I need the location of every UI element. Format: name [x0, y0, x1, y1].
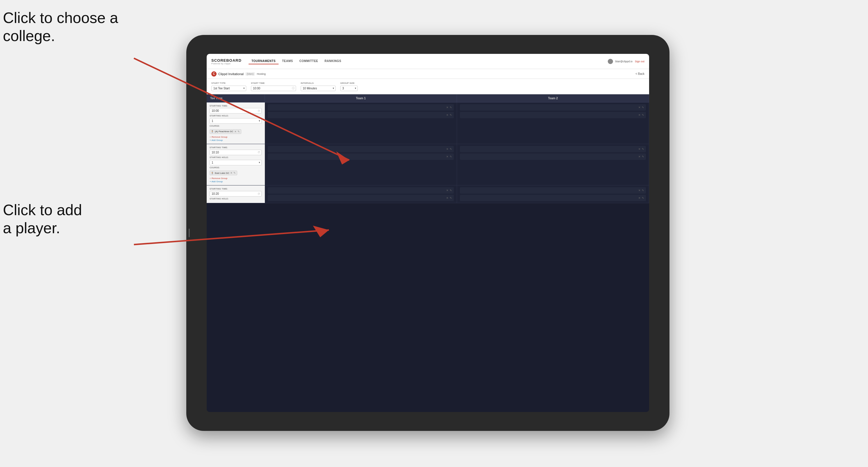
starting-time-wrap-2: ⏱	[210, 150, 262, 155]
player-edit-icon[interactable]: ✎	[642, 189, 644, 192]
back-button[interactable]: < Back	[636, 72, 645, 75]
starting-time-wrap-3: ⏱	[210, 191, 262, 196]
intervals-select[interactable]: 10 Minutes 8 Minutes 12 Minutes	[301, 86, 336, 91]
player-x-icon[interactable]: ✕	[638, 114, 641, 117]
player-x-icon[interactable]: ✕	[638, 196, 641, 199]
player-edit-icon[interactable]: ✎	[450, 189, 452, 192]
starting-hole-wrap-2: 1 10	[210, 160, 262, 165]
starting-hole-label-3: STARTING HOLE:	[210, 198, 262, 200]
player-edit-icon[interactable]: ✎	[642, 114, 644, 117]
nav-link-rankings[interactable]: RANKINGS	[322, 58, 344, 64]
start-time-input[interactable]	[251, 86, 296, 91]
course-remove-icon-2[interactable]: ✕	[230, 172, 232, 175]
nav-link-tournaments[interactable]: TOURNAMENTS	[249, 58, 279, 64]
course-tag-wrap-2: 🏌 East Lake GC ✕ ✎	[210, 170, 262, 176]
starting-time-input-1[interactable]	[210, 108, 262, 114]
course-tag-1: 🏌 (A) Peachtree GC ✕ ✎	[210, 129, 241, 134]
player-edit-icon[interactable]: ✎	[450, 196, 452, 199]
player-row[interactable]: ✕ ✎	[460, 153, 646, 160]
start-type-select[interactable]: 1st Tee Start Shotgun Start	[211, 86, 246, 91]
player-edit-icon[interactable]: ✎	[450, 114, 452, 117]
course-tag-icon-2: 🏌	[211, 172, 214, 175]
starting-time-label-1: STARTING TIME:	[210, 105, 262, 107]
course-edit-icon-2[interactable]: ✎	[234, 172, 236, 175]
player-edit-icon[interactable]: ✎	[642, 196, 644, 199]
player-row[interactable]: ✕ ✎	[460, 195, 646, 201]
remove-group-link-1[interactable]: ○ Remove Group	[210, 136, 262, 138]
player-row[interactable]: ✕ ✎	[268, 112, 454, 118]
team2-cell-2: ✕ ✎ ✕ ✎	[457, 144, 649, 185]
group-left-2: STARTING TIME: ⏱ STARTING HOLE: 1 10	[207, 144, 265, 185]
action-links-2: ○ Remove Group + Add Group	[210, 177, 262, 183]
user-area: blair@clippd.io Sign out	[608, 59, 645, 64]
annotation-college: Click to choose a college.	[3, 9, 118, 45]
team2-cell-1: ✕ ✎ ✕ ✎	[457, 102, 649, 144]
team2-cell-3: ✕ ✎ ✕ ✎	[457, 185, 649, 203]
player-edit-icon[interactable]: ✎	[642, 106, 644, 109]
player-row[interactable]: ✕ ✎	[460, 146, 646, 152]
start-time-label: Start Time	[251, 82, 296, 85]
player-x-icon[interactable]: ✕	[446, 114, 448, 117]
nav-link-committee[interactable]: COMMITTEE	[297, 58, 321, 64]
team1-cell-2: ✕ ✎ ✕ ✎	[265, 144, 457, 185]
start-time-info-icon: ⓘ	[292, 87, 294, 90]
player-row[interactable]: ✕ ✎	[460, 104, 646, 111]
breadcrumb-left: C Clippd Invitational (Men) Hosting	[211, 71, 266, 76]
add-group-link-2[interactable]: + Add Group	[210, 180, 262, 183]
player-edit-icon[interactable]: ✎	[642, 155, 644, 158]
sign-out-link[interactable]: Sign out	[635, 60, 645, 63]
player-row[interactable]: ✕ ✎	[268, 195, 454, 201]
player-x-icon[interactable]: ✕	[446, 155, 448, 158]
remove-group-link-2[interactable]: ○ Remove Group	[210, 177, 262, 180]
player-row[interactable]: ✕ ✎	[268, 187, 454, 194]
user-avatar	[608, 59, 613, 64]
tablet-frame: SCOREBOARD Powered by clippd TOURNAMENTS…	[186, 35, 670, 431]
starting-time-input-2[interactable]	[210, 150, 262, 155]
clock-icon-3: ⏱	[258, 192, 260, 195]
breadcrumb-bar: C Clippd Invitational (Men) Hosting < Ba…	[207, 69, 649, 79]
starting-hole-select-2[interactable]: 1 10	[210, 160, 262, 165]
player-edit-icon[interactable]: ✎	[450, 148, 452, 151]
player-row[interactable]: ✕ ✎	[460, 187, 646, 194]
player-x-icon[interactable]: ✕	[638, 148, 641, 151]
starting-hole-label-1: STARTING HOLE:	[210, 115, 262, 117]
starting-hole-select-1[interactable]: 1 10	[210, 118, 262, 124]
th-team2: Team 2	[457, 94, 649, 102]
player-edit-icon[interactable]: ✎	[450, 106, 452, 109]
player-row[interactable]: ✕ ✎	[268, 153, 454, 160]
tournament-name[interactable]: Clippd Invitational	[218, 72, 244, 76]
player-x-icon[interactable]: ✕	[638, 189, 641, 192]
player-x-icon[interactable]: ✕	[638, 155, 641, 158]
player-x-icon[interactable]: ✕	[446, 106, 448, 109]
course-edit-icon-1[interactable]: ✎	[238, 130, 240, 133]
start-type-label: Start Type	[211, 82, 246, 85]
gender-badge: (Men)	[245, 72, 255, 76]
player-row[interactable]: ✕ ✎	[460, 112, 646, 118]
group-size-select[interactable]: 3 2 4	[340, 86, 358, 91]
main-content: Tee Time Team 1 Team 2 STARTING TIME: ⏱ …	[207, 94, 649, 412]
starting-hole-label-2: STARTING HOLE:	[210, 156, 262, 158]
course-label-1: COURSE:	[210, 125, 262, 127]
player-x-icon[interactable]: ✕	[638, 106, 641, 109]
filter-row: Start Type 1st Tee Start Shotgun Start S…	[207, 79, 649, 94]
add-group-link-1[interactable]: + Add Group	[210, 139, 262, 142]
nav-link-teams[interactable]: TEAMS	[279, 58, 296, 64]
annotation-player-line1: Click to add	[3, 201, 82, 218]
player-row[interactable]: ✕ ✎	[268, 146, 454, 152]
starting-time-label-2: STARTING TIME:	[210, 147, 262, 149]
group-left-1: STARTING TIME: ⏱ STARTING HOLE: 1 10	[207, 102, 265, 144]
player-x-icon[interactable]: ✕	[446, 189, 448, 192]
logo-area: SCOREBOARD Powered by clippd	[211, 58, 242, 65]
group-size-select-wrap: 3 2 4	[340, 85, 358, 91]
course-tag-wrap-1: 🏌 (A) Peachtree GC ✕ ✎	[210, 128, 262, 134]
player-x-icon[interactable]: ✕	[446, 148, 448, 151]
starting-time-input-3[interactable]	[210, 191, 262, 196]
tablet-side-button	[189, 228, 190, 237]
player-row[interactable]: ✕ ✎	[268, 104, 454, 111]
player-x-icon[interactable]: ✕	[446, 196, 448, 199]
table-row: STARTING TIME: ⏱ STARTING HOLE: 1 10	[207, 102, 649, 144]
player-edit-icon[interactable]: ✎	[450, 155, 452, 158]
course-remove-icon-1[interactable]: ✕	[234, 130, 237, 133]
table-body: STARTING TIME: ⏱ STARTING HOLE: 1 10	[207, 102, 649, 412]
player-edit-icon[interactable]: ✎	[642, 148, 644, 151]
